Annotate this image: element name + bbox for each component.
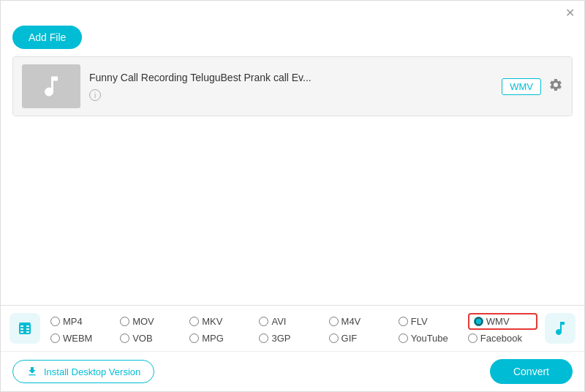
format-option-facebook[interactable]: Facebook: [468, 333, 537, 344]
svg-rect-0: [23, 323, 27, 324]
settings-button[interactable]: [548, 78, 563, 96]
format-option-m4v[interactable]: M4V: [329, 313, 399, 330]
format-options: MP4 MOV MKV AVI M4V FLV WMV WEB: [50, 313, 537, 344]
info-icon[interactable]: i: [89, 89, 101, 101]
format-option-youtube[interactable]: YouTube: [399, 333, 468, 344]
title-bar: ✕: [1, 1, 584, 21]
download-icon: [26, 366, 38, 377]
convert-button[interactable]: Convert: [490, 359, 573, 384]
toolbar: Add File: [1, 21, 584, 56]
music-note-icon: [551, 320, 569, 337]
film-icon: [16, 320, 34, 337]
format-badge: WMV: [502, 78, 541, 95]
video-format-icon-box[interactable]: [10, 313, 40, 344]
file-actions: WMV: [502, 78, 563, 96]
file-item: Funny Call Recording TeluguBest Prank ca…: [13, 57, 572, 116]
bottom-panel: MP4 MOV MKV AVI M4V FLV WMV WEB: [1, 305, 584, 391]
action-bar: Install Desktop Version Convert: [1, 352, 584, 391]
install-desktop-button[interactable]: Install Desktop Version: [12, 360, 154, 383]
format-option-avi[interactable]: AVI: [259, 313, 328, 330]
file-name: Funny Call Recording TeluguBest Prank ca…: [89, 72, 493, 83]
close-button[interactable]: ✕: [564, 7, 575, 18]
file-list: Funny Call Recording TeluguBest Prank ca…: [12, 56, 573, 116]
file-info: Funny Call Recording TeluguBest Prank ca…: [80, 72, 502, 102]
music-icon: [38, 73, 64, 99]
svg-rect-1: [23, 333, 27, 334]
audio-format-icon-box[interactable]: [545, 313, 575, 344]
install-label: Install Desktop Version: [44, 366, 140, 377]
format-option-flv[interactable]: FLV: [399, 313, 468, 330]
format-option-mpg[interactable]: MPG: [189, 333, 259, 344]
format-option-mov[interactable]: MOV: [120, 313, 189, 330]
format-option-wmv[interactable]: WMV: [468, 313, 537, 330]
format-option-mp4[interactable]: MP4: [50, 313, 120, 330]
format-option-webm[interactable]: WEBM: [50, 333, 120, 344]
format-option-mkv[interactable]: MKV: [189, 313, 259, 330]
gear-icon: [548, 78, 563, 92]
format-option-vob[interactable]: VOB: [120, 333, 189, 344]
file-thumbnail: [22, 64, 80, 108]
format-option-gif[interactable]: GIF: [329, 333, 399, 344]
format-option-3gp[interactable]: 3GP: [259, 333, 328, 344]
content-area: [1, 116, 584, 263]
add-file-button[interactable]: Add File: [12, 26, 82, 49]
format-panel: MP4 MOV MKV AVI M4V FLV WMV WEB: [1, 306, 584, 352]
